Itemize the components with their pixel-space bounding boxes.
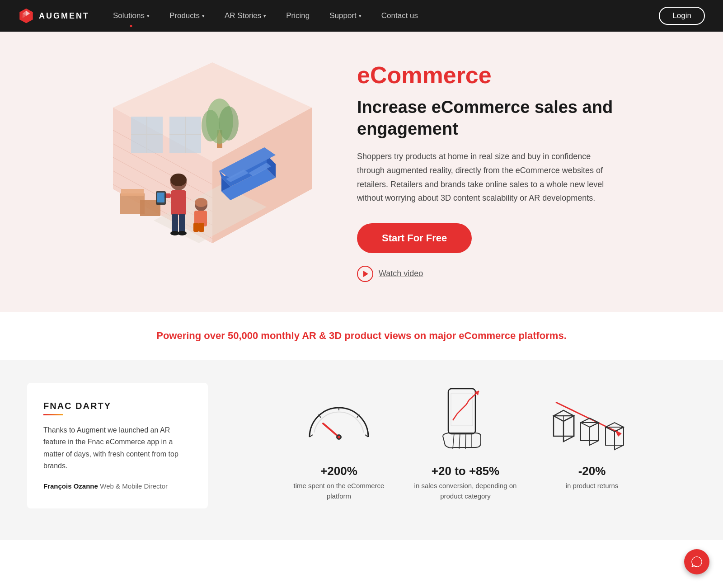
metric-item-time: +200% time spent on the eCommerce platfo… <box>287 383 391 501</box>
svg-rect-25 <box>121 189 144 196</box>
svg-rect-49 <box>193 223 199 232</box>
nav-item-solutions[interactable]: Solutions ▾ <box>103 0 160 32</box>
nav-items: Solutions ▾ Products ▾ AR Stories ▾ Pric… <box>103 0 659 32</box>
svg-marker-71 <box>563 416 574 442</box>
testimonial-brand: FNAC DARTY <box>43 401 192 411</box>
svg-point-22 <box>202 110 220 141</box>
hero-section: eCommerce Increase eCommerce sales and e… <box>0 32 723 312</box>
svg-marker-78 <box>615 427 624 450</box>
nav-item-ar-stories[interactable]: AR Stories ▾ <box>215 0 276 32</box>
logo-text: AUGMENT <box>39 11 89 21</box>
svg-rect-50 <box>199 223 204 232</box>
metrics-section: FNAC DARTY Thanks to Augment we launched… <box>0 360 723 540</box>
chevron-down-icon: ▾ <box>263 13 266 19</box>
svg-rect-38 <box>171 190 186 215</box>
logo[interactable]: AUGMENT <box>18 8 89 24</box>
hero-illustration <box>95 62 330 281</box>
svg-rect-43 <box>157 193 164 202</box>
speedometer-icon <box>303 383 375 455</box>
metrics-grid: +200% time spent on the eCommerce platfo… <box>235 383 696 501</box>
nav-item-support[interactable]: Support ▾ <box>319 0 371 32</box>
metric-item-sales: +20 to +85% in sales conversion, dependi… <box>413 383 517 501</box>
svg-line-56 <box>323 423 339 437</box>
svg-rect-59 <box>448 389 475 434</box>
play-icon <box>357 266 373 282</box>
hero-description: Shoppers try products at home in real si… <box>357 150 619 205</box>
svg-point-45 <box>178 231 187 235</box>
metric-number-time: +200% <box>320 464 357 478</box>
boxes-arrow-icon <box>547 383 637 455</box>
augment-logo-icon <box>18 8 34 24</box>
hero-tag: eCommerce <box>357 61 628 89</box>
metric-item-returns: -20% in product returns <box>540 383 644 491</box>
stats-bar: Powering over 50,000 monthly AR & 3D pro… <box>0 312 723 360</box>
hero-title: Increase eCommerce sales and engagement <box>357 97 628 140</box>
metric-number-sales: +20 to +85% <box>432 464 499 478</box>
start-for-free-button[interactable]: Start For Free <box>357 223 472 253</box>
nav-item-products[interactable]: Products ▾ <box>160 0 215 32</box>
watch-video-link[interactable]: Watch video <box>357 266 628 282</box>
testimonial-author: François Ozanne Web & Mobile Director <box>43 482 192 490</box>
svg-line-65 <box>465 433 466 449</box>
nav-item-pricing[interactable]: Pricing <box>276 0 319 32</box>
svg-point-23 <box>219 106 239 141</box>
testimonial-text: Thanks to Augment we launched an AR feat… <box>43 424 192 472</box>
chevron-down-icon: ▾ <box>147 13 150 19</box>
stats-bar-text: Powering over 50,000 monthly AR & 3D pro… <box>27 330 696 342</box>
svg-point-47 <box>195 198 207 207</box>
svg-point-37 <box>170 174 187 186</box>
svg-line-67 <box>556 402 621 434</box>
chevron-down-icon: ▾ <box>202 13 205 19</box>
hero-content: eCommerce Increase eCommerce sales and e… <box>357 61 628 282</box>
testimonial-underline-decoration <box>43 414 63 415</box>
svg-line-64 <box>459 433 460 449</box>
svg-line-63 <box>453 433 454 449</box>
testimonial-author-role: Web & Mobile Director <box>100 482 168 490</box>
metric-label-sales: in sales conversion, depending on produc… <box>413 481 517 501</box>
login-button[interactable]: Login <box>659 7 705 25</box>
play-triangle-icon <box>363 271 368 277</box>
svg-marker-75 <box>590 423 599 445</box>
metric-label-returns: in product returns <box>566 481 619 491</box>
navbar: AUGMENT Solutions ▾ Products ▾ AR Storie… <box>0 0 723 32</box>
nav-item-contact[interactable]: Contact us <box>371 0 428 32</box>
metric-number-returns: -20% <box>578 464 606 478</box>
chevron-down-icon: ▾ <box>359 13 362 19</box>
svg-point-58 <box>338 436 340 438</box>
testimonial-card: FNAC DARTY Thanks to Augment we launched… <box>27 383 208 508</box>
phone-chart-icon <box>429 383 502 455</box>
metric-label-time: time spent on the eCommerce platform <box>287 481 391 501</box>
